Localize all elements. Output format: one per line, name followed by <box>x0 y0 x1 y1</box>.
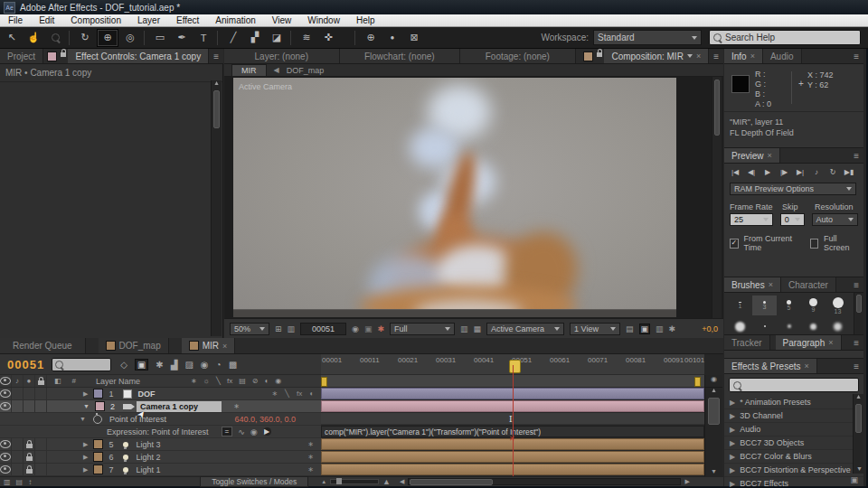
menu-edit[interactable]: Edit <box>31 15 62 25</box>
layer-name-selected[interactable]: Camera 1 copy <box>137 401 222 412</box>
solo-toggle[interactable] <box>35 464 47 475</box>
lock-toggle[interactable] <box>35 388 47 399</box>
close-icon[interactable]: × <box>696 52 701 61</box>
frame-blending-icon[interactable]: ▟ <box>171 360 178 370</box>
timeline-search-input[interactable] <box>52 358 111 371</box>
stopwatch-icon[interactable] <box>93 415 102 424</box>
effects-category[interactable]: ▶BCC7 Color & Blurs <box>724 450 863 464</box>
audio-column-header[interactable]: ♪ <box>12 375 24 387</box>
scrollbar-thumb[interactable] <box>213 90 220 128</box>
first-frame-button[interactable]: |◀ <box>728 168 742 176</box>
scroll-down-icon[interactable]: ▼ <box>711 468 717 474</box>
loop-button[interactable]: ↻ <box>826 168 840 176</box>
ram-preview-options-dropdown[interactable]: RAM Preview Options <box>730 183 856 195</box>
expand-icon[interactable]: ▶ <box>730 480 735 488</box>
effects-category[interactable]: ▶BCC7 Distortion & Perspective <box>724 464 863 477</box>
view-layout-dropdown[interactable]: 1 View <box>570 323 620 335</box>
close-icon[interactable]: × <box>768 151 772 160</box>
layer-switches[interactable]: ∗ <box>307 465 314 474</box>
layer-row-light-1[interactable]: ▶ 7 Light 1 ∗ <box>0 464 321 476</box>
zoom-tool-icon[interactable] <box>45 30 65 46</box>
work-area-start-handle[interactable] <box>321 377 327 387</box>
expand-icon[interactable]: ▶ <box>730 439 735 447</box>
comp-mini-flowchart-icon[interactable]: ◇ <box>120 360 127 370</box>
layer-row-light-2[interactable]: ▶ 6 Light 2 ∗ <box>0 451 321 464</box>
magnification-dropdown[interactable]: 50% <box>230 323 269 335</box>
comp-marker-button[interactable]: ◉ <box>705 375 722 388</box>
close-icon[interactable]: × <box>222 342 227 351</box>
roto-brush-tool-icon[interactable]: ≋ <box>297 30 316 46</box>
layer-switches[interactable]: ∗ <box>307 440 314 448</box>
audio-toggle[interactable] <box>12 388 24 399</box>
lock-icon[interactable] <box>597 52 603 57</box>
layer-row-camera-1-copy[interactable]: ▼ 2 Camera 1 copy ∗ <box>0 400 321 413</box>
solo-column-header[interactable]: ● <box>24 375 35 387</box>
fast-previews-icon[interactable]: ✱ <box>669 324 676 333</box>
scrollbar-thumb[interactable] <box>708 398 720 425</box>
effects-category[interactable]: ▶BCC7 Effects <box>724 477 863 488</box>
brush-item[interactable] <box>801 317 826 335</box>
audio-toggle[interactable] <box>12 451 24 463</box>
brush-item[interactable]: 9 <box>801 296 826 315</box>
expand-icon[interactable]: ▶ <box>730 466 735 474</box>
menu-effect[interactable]: Effect <box>168 15 207 25</box>
panel-menu-icon[interactable]: ≡ <box>849 359 863 373</box>
tab-info[interactable]: Info× <box>724 49 763 63</box>
channels-dropdown[interactable]: Full <box>390 323 455 335</box>
selection-tool-icon[interactable]: ↖ <box>2 30 22 46</box>
video-toggle[interactable] <box>0 388 12 399</box>
tab-project[interactable]: Project <box>0 49 43 63</box>
effect-controls-scrollbar[interactable]: ▼ <box>211 80 222 336</box>
scroll-up-icon[interactable]: ▼ <box>705 388 722 396</box>
viewer-timecode[interactable]: 00051 <box>300 323 346 335</box>
brainstorm-icon[interactable]: ◉ <box>201 360 209 370</box>
scroll-up-icon[interactable]: ▼ <box>212 80 222 89</box>
h-scroll-left-icon[interactable]: ◀ <box>400 478 404 485</box>
layer-name[interactable]: DOF <box>137 389 155 399</box>
text-tool-icon[interactable]: T <box>193 30 213 46</box>
region-of-interest-icon[interactable]: ▥ <box>288 324 296 333</box>
lock-toggle[interactable] <box>24 464 35 475</box>
puppet-pin-tool-icon[interactable]: ✜ <box>318 30 338 46</box>
lock-toggle[interactable] <box>35 400 47 412</box>
hide-shy-layers-icon[interactable]: ✱ <box>156 360 163 370</box>
layer-name[interactable]: Light 1 <box>136 465 160 474</box>
draft-3d-icon[interactable]: ▣ <box>135 359 148 371</box>
solo-toggle[interactable] <box>24 388 35 399</box>
layer-name-column-header[interactable]: Layer Name <box>96 377 140 386</box>
new-preset-icon[interactable]: ▣ <box>850 475 858 484</box>
video-toggle[interactable] <box>0 451 12 463</box>
label-swatch[interactable] <box>93 389 103 399</box>
tab-footage-viewer[interactable]: Footage: (none) <box>460 49 576 63</box>
timeline-zoom-slider[interactable] <box>330 479 379 484</box>
axis-local-icon[interactable]: ⊕ <box>361 30 381 46</box>
tab-dof-map-timeline[interactable]: DOF_map <box>99 338 169 353</box>
tab-layer-viewer[interactable]: Layer: (none) <box>224 49 340 63</box>
close-icon[interactable]: × <box>750 52 755 61</box>
effects-search-input[interactable] <box>729 378 859 392</box>
hand-tool-icon[interactable]: ☝ <box>24 30 43 46</box>
brush-item[interactable]: 5 <box>777 296 801 315</box>
property-row-expression[interactable]: Expression: Point of Interest = ∿ ◉ ▶ <box>0 426 321 438</box>
expand-icon[interactable]: ▶ <box>83 441 88 448</box>
expand-transfer-controls-icon[interactable]: ▤ <box>16 478 24 486</box>
menu-file[interactable]: File <box>0 15 31 25</box>
solo-toggle[interactable] <box>35 451 47 463</box>
brushes-scrollbar[interactable] <box>854 293 863 335</box>
comp-nav-back-icon[interactable]: ◀ <box>274 66 279 74</box>
pan-behind-tool-icon[interactable]: ◎ <box>120 30 140 46</box>
brush-tool-icon[interactable]: ╱ <box>223 30 243 46</box>
property-row-point-of-interest[interactable]: ▼ Point of Interest 640.0, 360.0, 0.0 <box>0 413 321 426</box>
effects-category[interactable]: ▶3D Channel <box>724 409 863 423</box>
audio-toggle[interactable] <box>12 400 24 412</box>
comp-v-scrollbar[interactable] <box>712 77 722 318</box>
menu-layer[interactable]: Layer <box>129 15 168 25</box>
tab-effects-presets[interactable]: Effects & Presets× <box>724 359 817 373</box>
effects-category[interactable]: ▶BCC7 3D Objects <box>724 436 863 450</box>
ram-preview-button[interactable]: ▶▮ <box>842 168 856 176</box>
brush-item[interactable] <box>728 317 752 335</box>
playhead-line[interactable] <box>513 365 514 476</box>
motion-blur-icon[interactable]: ▨ <box>184 360 193 370</box>
comp-flowchart-icon[interactable]: ▣ <box>639 324 651 334</box>
comp-tab-mir[interactable]: MIR <box>231 64 267 77</box>
